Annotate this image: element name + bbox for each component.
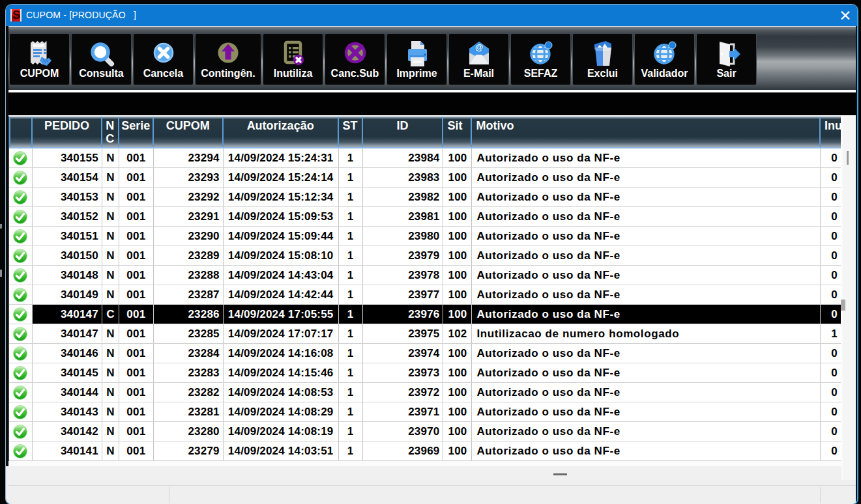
- svg-text:@: @: [474, 43, 482, 52]
